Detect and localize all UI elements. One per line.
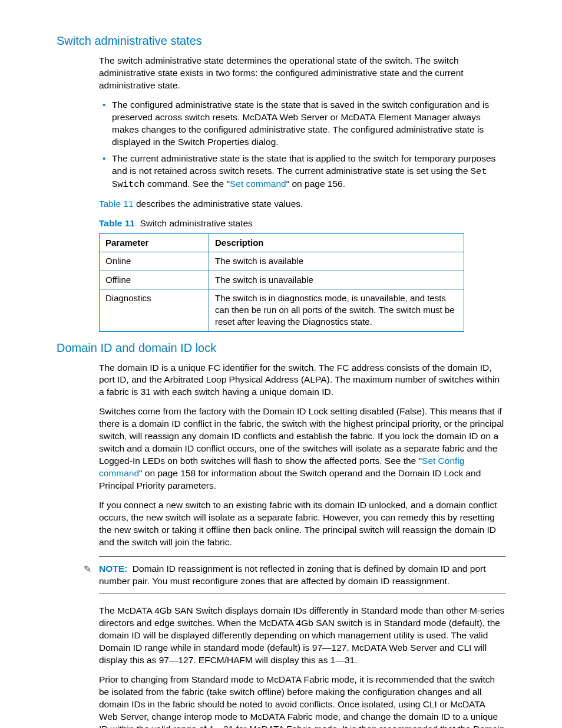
note-label: NOTE: <box>99 564 127 574</box>
table-caption: Table 11 Switch administrative states <box>99 218 505 230</box>
intro-paragraph: The switch administrative state determin… <box>99 55 505 92</box>
note-icon: ✎ <box>84 563 91 576</box>
section-domain-id-lock: The domain ID is a unique FC identifier … <box>99 362 505 728</box>
table-cell-parameter: Offline <box>100 271 209 289</box>
paragraph: Prior to changing from Standard mode to … <box>99 674 505 728</box>
section-switch-admin-states: The switch administrative state determin… <box>99 55 505 332</box>
table-cell-description: The switch is available <box>209 252 464 271</box>
table-reference-paragraph: Table 11 describes the administrative st… <box>99 198 505 210</box>
paragraph: Switches come from the factory with the … <box>99 406 505 492</box>
table-header-row: Parameter Description <box>100 234 464 252</box>
text: describes the administrative state value… <box>134 199 303 209</box>
heading-domain-id-lock: Domain ID and domain ID lock <box>57 340 505 356</box>
table-cell-description: The switch is unavailable <box>209 271 464 289</box>
note-text: Domain ID reassignment is not reflected … <box>99 564 486 586</box>
table-11-link[interactable]: Table 11 <box>99 199 134 209</box>
text: " on page 158 for information about the … <box>99 468 481 490</box>
table-row: Online The switch is available <box>100 252 464 271</box>
paragraph: The domain ID is a unique FC identifier … <box>99 362 505 399</box>
table-cell-parameter: Diagnostics <box>100 289 209 331</box>
paragraph: If you connect a new switch to an existi… <box>99 499 505 549</box>
set-command-link[interactable]: Set command <box>230 179 286 189</box>
heading-switch-admin-states: Switch administrative states <box>57 33 505 49</box>
list-item-text: command. See the " <box>145 179 230 189</box>
table-caption-label: Table 11 <box>99 218 135 228</box>
table-cell-parameter: Online <box>100 252 209 271</box>
admin-states-table: Parameter Description Online The switch … <box>99 233 464 332</box>
admin-states-list: The configured administrative state is t… <box>99 99 505 191</box>
table-row: Offline The switch is unavailable <box>100 271 464 289</box>
list-item-text: The current administrative state is the … <box>112 153 495 176</box>
table-caption-text: Switch administrative states <box>140 218 253 228</box>
paragraph: The McDATA 4Gb SAN Switch displays domai… <box>99 605 505 667</box>
note-block: ✎ NOTE: Domain ID reassignment is not re… <box>99 556 505 594</box>
table-cell-description: The switch is in diagnostics mode, is un… <box>209 289 464 331</box>
list-item-text: " on page 156. <box>286 179 345 189</box>
table-header-description: Description <box>209 234 464 252</box>
table-header-parameter: Parameter <box>100 234 209 252</box>
list-item: The current administrative state is the … <box>112 153 505 191</box>
list-item: The configured administrative state is t… <box>112 99 505 149</box>
table-row: Diagnostics The switch is in diagnostics… <box>100 289 464 331</box>
